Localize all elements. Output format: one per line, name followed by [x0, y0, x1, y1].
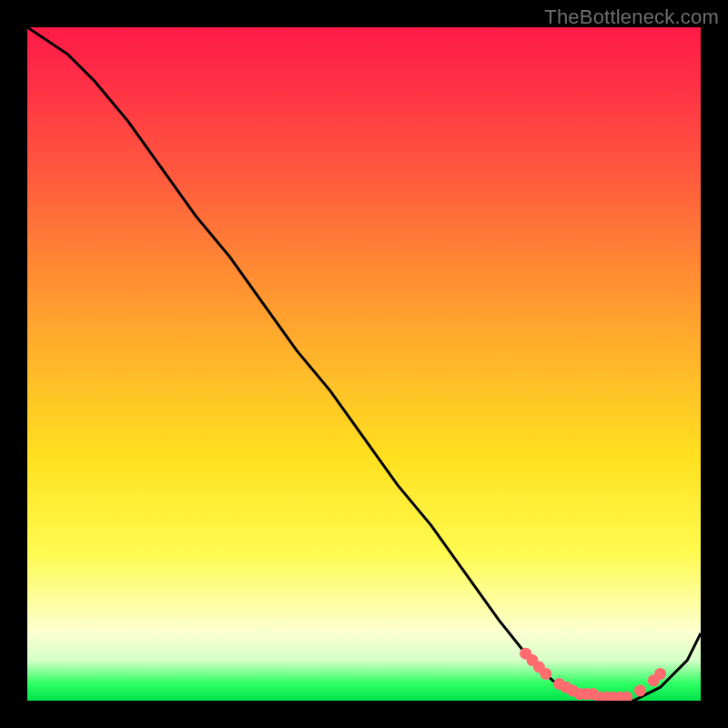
- chart-stage: TheBottleneck.com: [0, 0, 728, 728]
- background-gradient: [27, 27, 701, 701]
- attribution-text: TheBottleneck.com: [544, 5, 719, 29]
- plot-area: [27, 27, 701, 701]
